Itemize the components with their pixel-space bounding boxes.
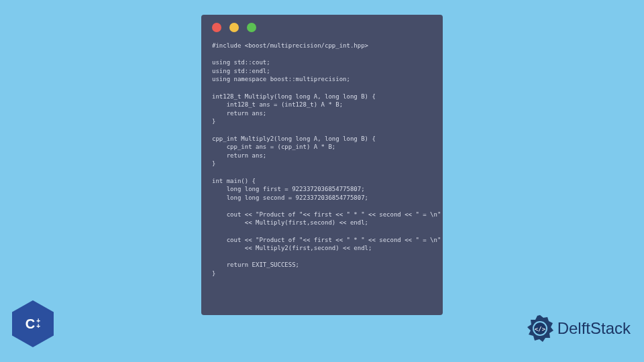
close-icon[interactable] [212, 23, 221, 32]
code-line: cout << "Product of "<< first << " * " <… [212, 237, 441, 243]
minimize-icon[interactable] [229, 23, 239, 32]
code-line: << Multiply2(first,second) << endl; [212, 245, 372, 251]
code-line: cpp_int ans = (cpp_int) A * B; [212, 143, 335, 150]
code-line: cout << "Product of "<< first << " * " <… [212, 211, 441, 218]
cpp-plus-icon: + [36, 324, 40, 329]
code-line: int main() { [212, 178, 256, 184]
code-line: int128_t Multiply(long long A, long long… [212, 93, 376, 100]
code-line: cpp_int Multiply2(long long A, long long… [212, 135, 376, 142]
brand-name: DelftStack [557, 319, 631, 338]
gear-icon: </> [525, 314, 555, 343]
maximize-icon[interactable] [247, 23, 256, 32]
cpp-logo: C + + [12, 300, 54, 347]
cpp-letter: C [25, 316, 35, 332]
window-controls [212, 23, 432, 32]
code-line: long long first = 9223372036854775807; [212, 186, 365, 192]
brand-logo: </> DelftStack [525, 314, 631, 343]
code-line: using std::cout; [212, 59, 270, 66]
code-line: int128_t ans = (int128_t) A * B; [212, 101, 343, 108]
code-line: } [212, 160, 215, 167]
code-line: using namespace boost::multiprecision; [212, 76, 350, 82]
code-line: return ans; [212, 152, 266, 159]
svg-text:</>: </> [534, 326, 545, 333]
code-line: #include <boost/multiprecision/cpp_int.h… [212, 42, 368, 49]
code-block: #include <boost/multiprecision/cpp_int.h… [212, 42, 432, 278]
code-line: } [212, 118, 215, 125]
code-window: #include <boost/multiprecision/cpp_int.h… [201, 15, 443, 315]
code-line: return EXIT_SUCCESS; [212, 261, 299, 268]
code-line: long long second = 9223372036854775807; [212, 194, 368, 201]
code-line: return ans; [212, 110, 266, 117]
code-line: } [212, 270, 215, 277]
code-line: << Multiply(first,second) << endl; [212, 219, 368, 226]
code-line: using std::endl; [212, 68, 270, 74]
